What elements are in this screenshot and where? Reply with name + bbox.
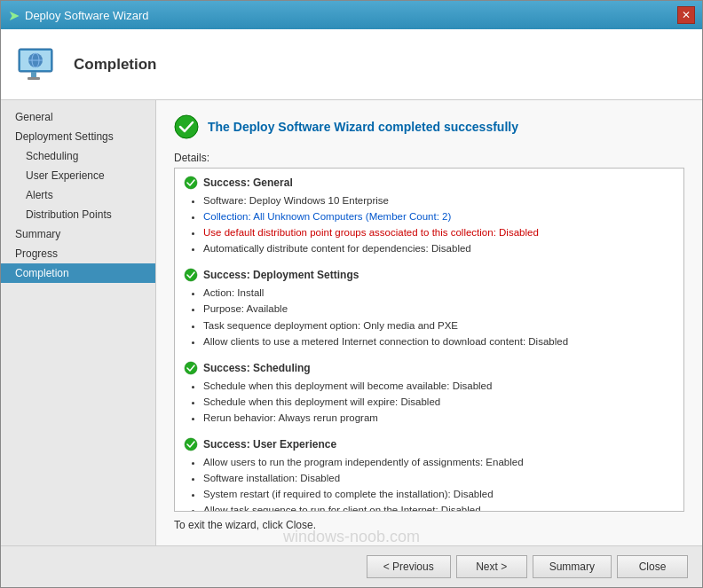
content-area: The Deploy Software Wizard completed suc… (156, 100, 702, 545)
list-item: Collection: All Unknown Computers (Membe… (203, 209, 675, 223)
detail-section-user-experience-title: Success: User Experience (184, 437, 675, 451)
list-item: Allow users to run the program independe… (203, 455, 675, 469)
list-item: Software: Deploy Windows 10 Enterprise (203, 193, 675, 208)
wizard-window: ➤ Deploy Software Wizard ✕ Completion (0, 0, 703, 588)
detail-section-scheduling-title: Success: Scheduling (184, 361, 675, 375)
list-item: Action: Install (203, 286, 675, 300)
sidebar-item-deployment-settings[interactable]: Deployment Settings (1, 127, 155, 146)
detail-section-deployment: Success: Deployment Settings Action: Ins… (184, 268, 675, 348)
main-content: General Deployment Settings Scheduling U… (1, 100, 702, 545)
list-item: Allow clients to use a metered Internet … (203, 334, 675, 349)
list-item: Schedule when this deployment will becom… (203, 379, 675, 393)
header-icon (15, 42, 61, 88)
section-user-experience-label: Success: User Experience (203, 438, 336, 451)
sidebar-item-progress[interactable]: Progress (1, 244, 155, 263)
success-icon (174, 114, 199, 139)
sidebar-item-scheduling[interactable]: Scheduling (1, 146, 155, 166)
sidebar: General Deployment Settings Scheduling U… (1, 100, 156, 545)
app-icon: ➤ (8, 7, 20, 24)
header-area: Completion (1, 29, 702, 100)
success-message: The Deploy Software Wizard completed suc… (208, 120, 518, 134)
svg-point-10 (185, 362, 197, 374)
close-button[interactable]: ✕ (677, 6, 695, 24)
window-title: Deploy Software Wizard (25, 9, 148, 22)
header-title: Completion (74, 56, 157, 74)
summary-button[interactable]: Summary (533, 555, 612, 578)
title-bar-left: ➤ Deploy Software Wizard (8, 7, 148, 24)
list-item: Schedule when this deployment will expir… (203, 395, 675, 409)
svg-point-7 (175, 115, 198, 138)
details-label: Details: (174, 152, 684, 164)
list-item: Task sequence deployment option: Only me… (203, 318, 675, 333)
close-button[interactable]: Close (617, 555, 688, 578)
svg-point-11 (185, 438, 197, 451)
section-success-icon-3 (184, 361, 198, 375)
list-item: System restart (if required to complete … (203, 487, 675, 501)
detail-section-general-title: Success: General (184, 176, 675, 190)
section-success-icon (184, 176, 198, 190)
title-bar-buttons: ✕ (677, 6, 695, 24)
svg-point-9 (185, 269, 197, 281)
section-deployment-label: Success: Deployment Settings (203, 269, 359, 281)
list-item: Automatically distribute content for dep… (203, 241, 675, 255)
sidebar-item-distribution-points[interactable]: Distribution Points (1, 205, 155, 224)
footer: < Previous Next > Summary Close (1, 545, 702, 587)
section-user-experience-list: Allow users to run the program independe… (203, 455, 675, 512)
svg-rect-2 (31, 72, 36, 77)
section-general-list: Software: Deploy Windows 10 Enterprise C… (203, 193, 675, 255)
sidebar-item-alerts[interactable]: Alerts (1, 185, 155, 205)
section-scheduling-list: Schedule when this deployment will becom… (203, 379, 675, 425)
section-general-label: Success: General (203, 176, 293, 189)
sidebar-item-completion[interactable]: Completion (1, 263, 155, 283)
list-item: Rerun behavior: Always rerun program (203, 411, 675, 425)
section-success-icon-2 (184, 268, 198, 282)
detail-section-scheduling: Success: Scheduling Schedule when this d… (184, 361, 675, 425)
sidebar-item-user-experience[interactable]: User Experience (1, 166, 155, 185)
svg-rect-3 (28, 77, 40, 80)
section-deployment-list: Action: Install Purpose: Available Task … (203, 286, 675, 348)
details-box[interactable]: Success: General Software: Deploy Window… (174, 168, 684, 512)
exit-text: To exit the wizard, click Close. (174, 519, 684, 531)
list-item: Allow task sequence to run for client on… (203, 503, 675, 512)
list-item: Purpose: Available (203, 302, 675, 316)
sidebar-item-general[interactable]: General (1, 107, 155, 127)
detail-section-general: Success: General Software: Deploy Window… (184, 176, 675, 255)
previous-button[interactable]: < Previous (367, 555, 451, 578)
success-header: The Deploy Software Wizard completed suc… (174, 114, 684, 139)
detail-section-deployment-title: Success: Deployment Settings (184, 268, 675, 282)
svg-point-8 (185, 176, 197, 189)
next-button[interactable]: Next > (456, 555, 527, 578)
section-success-icon-4 (184, 437, 198, 451)
list-item: Software installation: Disabled (203, 471, 675, 485)
section-scheduling-label: Success: Scheduling (203, 362, 311, 374)
title-bar: ➤ Deploy Software Wizard ✕ (1, 1, 702, 29)
detail-section-user-experience: Success: User Experience Allow users to … (184, 437, 675, 512)
sidebar-item-summary[interactable]: Summary (1, 224, 155, 244)
list-item: Use default distribution point groups as… (203, 225, 675, 239)
